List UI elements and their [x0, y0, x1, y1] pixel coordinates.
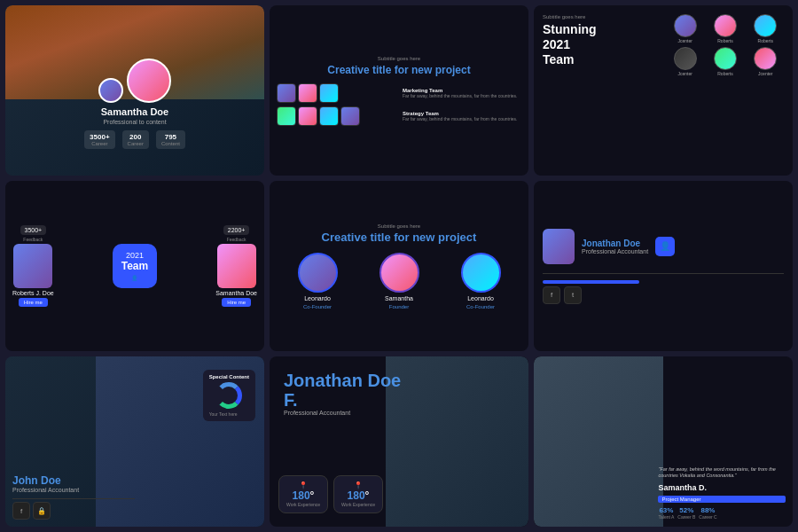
circle-member-3: Leonardo Co-Founder — [461, 253, 501, 309]
member2-name: Roberts — [717, 38, 733, 43]
mini-stat-val-1: 63% — [658, 506, 674, 514]
slide2-teams: Marketing Team Far far away, behind the … — [277, 83, 521, 126]
slide6-social-fb[interactable]: f — [543, 286, 560, 304]
slide6-person-row: Jonathan Doe Professional Accountant 👤 — [543, 229, 675, 264]
slide4-year: 2021 — [121, 251, 148, 260]
slide5-subtitle: Subtitle goes here — [378, 223, 420, 229]
slide7-divider — [12, 498, 135, 499]
slide6-divider — [543, 273, 784, 274]
slide6-progress-bar — [543, 280, 639, 284]
slide3-big-title: Stunning 2021 Team — [543, 22, 660, 66]
mini-stat-1: 63% Talent A — [658, 506, 674, 520]
strategy-avatar-1 — [277, 106, 296, 126]
slide7-title: Professional Accountant — [12, 487, 257, 493]
circle-member-2: Samantha Founder — [379, 253, 419, 309]
grid-member-4: Jcenter — [667, 47, 703, 76]
slide1-stats: 3500+ Career 200 Career 795 Content — [84, 130, 185, 149]
slide4-stat2-label: Feedback — [227, 237, 246, 242]
person1-name: Roberts J. Doe — [12, 290, 54, 296]
arc-stat-1: 📍 180° Work Experience — [278, 475, 328, 513]
grid-member-1: Jcenter — [667, 14, 703, 43]
slide7-social-fb[interactable]: f — [12, 502, 30, 520]
member6-avatar — [754, 47, 777, 70]
slide5-title: Creative title for new project — [322, 231, 477, 244]
mini-stat-lbl-3: Career C — [699, 514, 716, 520]
person2-img — [217, 244, 256, 288]
slide6-info: Jonathan Doe Professional Accountant — [582, 239, 648, 254]
slide2-team-strategy: Strategy Team Far far away, behind the m… — [277, 106, 521, 126]
slide1-subtitle: Professional to content — [103, 119, 166, 125]
arc-num-2: 180° — [341, 489, 375, 502]
arc-label-1: Work Experience — [286, 502, 320, 507]
marketing-avatar-2 — [298, 83, 317, 103]
arc-icon-1: 📍 — [286, 481, 320, 489]
mini-stat-val-2: 52% — [677, 506, 695, 514]
strategy-avatar-3 — [319, 106, 339, 126]
stat-lbl-2: Career — [128, 141, 144, 146]
marketing-avatar-3 — [319, 83, 339, 103]
member3-avatar — [754, 14, 777, 37]
stat-lbl-1: Career — [90, 141, 109, 146]
slide4-btn1[interactable]: Hire me — [19, 298, 48, 307]
slide7-social-tw[interactable]: 🔒 — [33, 502, 51, 520]
stat-lbl-3: Content — [161, 141, 180, 146]
circle-name-1: Leonardo — [304, 295, 331, 301]
member2-avatar — [714, 14, 737, 37]
slide-4: 3500+ Feedback Roberts J. Doe Hire me 20… — [5, 181, 264, 351]
arc-icon-2: 📍 — [341, 481, 375, 489]
slide1-avatar-main — [127, 59, 171, 103]
mini-stat-3: 88% Career C — [699, 506, 716, 520]
slide8-last-name: F. — [284, 390, 514, 410]
stat-item-2: 200 Career — [122, 130, 149, 149]
member4-avatar — [674, 47, 697, 70]
slide-9: "Far far away, behind the word mountains… — [534, 356, 793, 527]
slide-6: Jonathan Doe Professional Accountant 👤 f… — [534, 181, 793, 351]
slide7-content: John Doe Professional Accountant f 🔒 — [12, 474, 257, 520]
slide4-year-box: 2021 Team 👤 — [113, 244, 157, 288]
slide-3: Subtitle goes here Stunning 2021 Team Jc… — [534, 5, 793, 176]
member4-name: Jcenter — [677, 71, 692, 76]
slide6-icon-badge: 👤 — [655, 237, 675, 256]
circle-avatar-1 — [298, 253, 338, 293]
member3-name: Roberts — [758, 38, 774, 43]
slide-5: Subtitle goes here Creative title for ne… — [270, 181, 528, 351]
slide2-subtitle: Subtitle goes here — [378, 56, 420, 61]
donut-chart — [215, 382, 242, 409]
slide4-team-label: Team — [121, 260, 148, 272]
member5-avatar — [714, 47, 737, 70]
strategy-team-desc: Far far away, behind the mountains, far … — [403, 116, 521, 121]
slide3-subtitle: Subtitle goes here — [543, 14, 660, 20]
mini-stat-val-3: 88% — [699, 506, 716, 514]
slide9-stats-row: 63% Talent A 52% Career B 88% Career C — [658, 506, 786, 520]
mini-stat-lbl-1: Talent A — [658, 514, 674, 520]
marketing-team-desc: Far far away, behind the mountains, far … — [403, 93, 521, 98]
grid-member-2: Roberts — [707, 14, 743, 43]
grid-member-6: Jcenter — [747, 47, 784, 76]
slide8-role: Professional Accountant — [284, 410, 514, 416]
circle-name-3: Leonardo — [467, 295, 494, 301]
slide6-social-tw[interactable]: t — [564, 286, 582, 304]
stat-item-3: 795 Content — [156, 130, 185, 149]
grid-member-3: Roberts — [747, 14, 784, 43]
person1-img — [13, 244, 52, 288]
slide6-social-row: f t — [543, 286, 582, 304]
slide-1: Samantha Doe Professional to content 350… — [5, 5, 264, 176]
slide4-stat1-label: Feedback — [23, 237, 43, 242]
slide2-team-marketing: Marketing Team Far far away, behind the … — [277, 83, 521, 103]
circle-role-1: Co-Founder — [303, 304, 332, 309]
stat-val-2: 200 — [128, 133, 144, 141]
slide3-left-title: Subtitle goes here Stunning 2021 Team — [543, 14, 660, 66]
arc-num-1: 180° — [286, 489, 320, 502]
user-icon: 👤 — [660, 241, 670, 251]
slide4-person2: 2200+ Feedback Samantha Doe Hire me — [215, 225, 257, 307]
member5-name: Roberts — [717, 71, 733, 76]
marketing-avatar-1 — [277, 83, 296, 103]
slide4-btn2[interactable]: Hire me — [222, 298, 251, 307]
circle-member-1: Leonardo Co-Founder — [298, 253, 338, 309]
mini-stat-lbl-2: Career B — [677, 514, 695, 520]
mini-stat-2: 52% Career B — [677, 506, 695, 520]
slide6-avatar — [543, 229, 575, 264]
member6-name: Jcenter — [758, 71, 772, 76]
circle-name-2: Samantha — [385, 295, 413, 301]
slide1-avatar-row — [98, 59, 171, 103]
